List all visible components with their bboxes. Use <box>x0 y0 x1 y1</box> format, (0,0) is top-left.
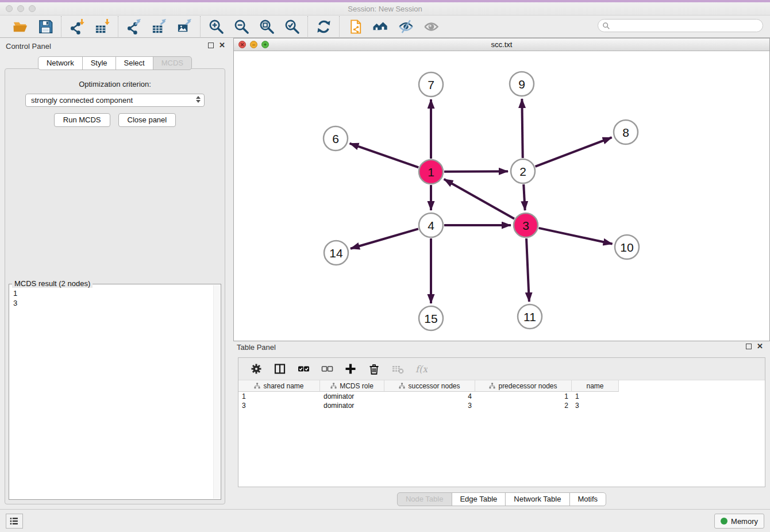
table-cell[interactable]: dominator <box>320 401 384 410</box>
column-label: successor nodes <box>408 382 460 390</box>
edge-2-3[interactable] <box>523 184 525 210</box>
tab-node-table[interactable]: Node Table <box>397 492 452 506</box>
control-panel-float-icon[interactable] <box>208 43 214 48</box>
column-tree-icon <box>330 383 337 389</box>
tab-network[interactable]: Network <box>38 56 83 70</box>
network-window-titlebar[interactable]: ✕ − + scc.txt <box>234 38 769 51</box>
tab-style[interactable]: Style <box>82 56 116 70</box>
edge-1-2[interactable] <box>444 171 508 172</box>
result-scrollbar[interactable] <box>213 285 220 499</box>
node-label-14: 14 <box>329 246 343 260</box>
hide-selected-button[interactable] <box>393 16 418 37</box>
open-session-button[interactable] <box>7 16 33 37</box>
table-cell[interactable]: 2 <box>475 401 572 410</box>
zoom-out-button[interactable] <box>229 16 254 37</box>
column-header-shared-name[interactable]: shared name <box>238 380 320 392</box>
table-cell[interactable]: 1 <box>475 392 572 401</box>
edge-2-8[interactable] <box>536 137 612 167</box>
table-cell[interactable]: 3 <box>384 401 475 410</box>
tab-select[interactable]: Select <box>116 56 153 70</box>
settings-button[interactable] <box>245 360 267 377</box>
node-label-7: 7 <box>428 78 434 91</box>
table-row[interactable]: 3dominator323 <box>238 401 765 410</box>
optimization-criterion-label: Optimization criterion: <box>5 80 225 88</box>
save-session-button[interactable] <box>33 16 58 37</box>
edge-3-10[interactable] <box>538 228 612 244</box>
edge-3-1[interactable] <box>444 179 514 219</box>
export-network-button[interactable] <box>121 16 147 37</box>
mcds-tab-pane: Optimization criterion: strongly connect… <box>5 68 225 504</box>
node-label-9: 9 <box>518 78 525 91</box>
import-network-button[interactable] <box>64 16 90 37</box>
delete-row-icon <box>368 363 380 375</box>
control-panel-close-icon[interactable]: ✕ <box>219 43 225 48</box>
table-header-filler <box>619 380 765 392</box>
column-tree-icon <box>399 383 405 389</box>
select-all-button[interactable] <box>292 360 314 377</box>
table-cell[interactable]: dominator <box>320 392 384 401</box>
export-table-button[interactable] <box>147 16 172 37</box>
mcds-result-item: 1 <box>13 288 217 298</box>
apply-preferred-layout-button[interactable] <box>311 16 336 37</box>
table-cell[interactable]: 1 <box>238 392 320 401</box>
table-cell[interactable]: 3 <box>238 401 320 410</box>
criterion-select-value: strongly connected component <box>31 96 133 105</box>
open-session-icon <box>12 18 29 35</box>
first-neighbors-icon <box>372 18 389 35</box>
show-all-button[interactable] <box>418 16 444 37</box>
edge-3-11[interactable] <box>526 238 529 302</box>
run-mcds-button[interactable]: Run MCDS <box>54 113 110 127</box>
tab-edge-table[interactable]: Edge Table <box>451 492 506 506</box>
export-image-icon <box>176 18 193 35</box>
delete-row-button[interactable] <box>363 360 384 377</box>
zoom-in-icon <box>208 18 225 35</box>
edge-2-9[interactable] <box>522 99 522 158</box>
zoom-fit-button[interactable] <box>254 16 279 37</box>
node-label-15: 15 <box>424 312 437 325</box>
node-label-11: 11 <box>523 310 536 323</box>
deselect-all-button[interactable] <box>316 360 337 377</box>
table-panel: Table Panel ✕ f(x) shared nameMCDS roles… <box>233 341 770 509</box>
memory-label: Memory <box>731 517 758 526</box>
column-label: shared name <box>263 382 303 390</box>
zoom-in-button[interactable] <box>203 16 229 37</box>
table-row[interactable]: 1dominator411 <box>238 392 765 401</box>
task-history-button[interactable] <box>6 514 23 529</box>
table-panel-float-icon[interactable] <box>746 344 752 349</box>
column-header-successor-nodes[interactable]: successor nodes <box>384 380 475 392</box>
network-canvas[interactable]: 7968124314101511 <box>234 52 769 341</box>
network-window-title: scc.txt <box>234 40 769 49</box>
import-table-button[interactable] <box>90 16 115 37</box>
search-input[interactable] <box>610 20 763 31</box>
mcds-result-box: MCDS result (2 nodes) 13 <box>9 284 221 500</box>
function-builder-icon: f(x) <box>415 363 428 375</box>
table-cell[interactable]: 4 <box>384 392 475 401</box>
criterion-select[interactable]: strongly connected component <box>25 94 205 107</box>
table-tabs: Node TableEdge TableNetwork TableMotifs <box>397 492 606 506</box>
svg-text:f(x): f(x) <box>415 364 428 375</box>
table-panel-close-icon[interactable]: ✕ <box>757 344 763 349</box>
table-cell[interactable]: 3 <box>572 401 619 410</box>
zoom-selected-button[interactable] <box>279 16 305 37</box>
new-network-from-selection-button[interactable] <box>342 16 368 37</box>
show-columns-button[interactable] <box>269 360 290 377</box>
first-neighbors-button[interactable] <box>368 16 393 37</box>
memory-button[interactable]: Memory <box>714 514 764 529</box>
add-row-icon <box>344 363 357 375</box>
column-tree-icon <box>489 383 495 389</box>
column-header-predecessor-nodes[interactable]: predecessor nodes <box>475 380 572 392</box>
import-table-icon <box>94 18 111 35</box>
add-row-button[interactable] <box>340 360 361 377</box>
edge-1-6[interactable] <box>350 144 419 168</box>
tab-network-table[interactable]: Network Table <box>505 492 569 506</box>
tab-mcds[interactable]: MCDS <box>153 56 192 70</box>
edge-4-14[interactable] <box>351 229 418 248</box>
export-image-button[interactable] <box>172 16 197 37</box>
column-header-MCDS-role[interactable]: MCDS role <box>320 380 384 392</box>
tab-motifs[interactable]: Motifs <box>569 492 606 506</box>
close-panel-button[interactable]: Close panel <box>118 113 176 127</box>
table-cell[interactable]: 1 <box>572 392 619 401</box>
search-box[interactable] <box>598 19 763 32</box>
settings-icon <box>250 363 263 375</box>
column-header-name[interactable]: name <box>572 380 619 392</box>
